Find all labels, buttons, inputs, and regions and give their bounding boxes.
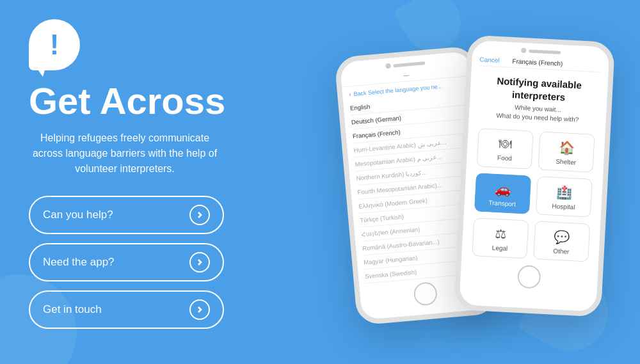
phone-front: Cancel Français (French) Notifying avail… (454, 35, 615, 317)
category-cell-shelter[interactable]: 🏠 Shelter (538, 131, 595, 172)
other-icon: 💬 (554, 229, 570, 245)
phone-back-speaker (393, 61, 425, 67)
phones-section: — ‹ Back Select the language you ne... E… (326, 13, 621, 358)
shelter-label: Shelter (556, 158, 576, 166)
category-cell-food[interactable]: 🍽 Food (477, 128, 534, 169)
chevron-icon-0 (189, 205, 210, 225)
food-icon: 🍽 (499, 136, 512, 152)
food-label: Food (497, 154, 512, 162)
phone-back-home (413, 281, 438, 306)
need-the-app-label: Need the app? (43, 256, 115, 269)
notif-title: Notifying available interpreters (477, 66, 601, 107)
hospital-label: Hospital (552, 203, 575, 211)
categories-grid: 🍽 Food 🏠 Shelter 🚗 Transport 🏥 Hospital … (469, 128, 597, 262)
phone-front-content: Cancel Français (French) Notifying avail… (461, 53, 609, 263)
speech-bubble-icon: ! (29, 19, 80, 70)
transport-label: Transport (488, 199, 516, 207)
get-in-touch-label: Get in touch (43, 303, 102, 316)
language-title: Français (French) (512, 58, 563, 67)
category-cell-hospital[interactable]: 🏥 Hospital (536, 176, 593, 217)
legal-icon: ⚖ (495, 226, 507, 242)
chevron-icon-2 (189, 299, 210, 320)
need-the-app-button[interactable]: Need the app? (29, 243, 224, 281)
can-you-help-button[interactable]: Can you help? (29, 196, 224, 234)
shelter-icon: 🏠 (558, 139, 575, 155)
other-label: Other (553, 248, 570, 255)
hospital-icon: 🏥 (556, 184, 573, 200)
phone-front-camera (521, 48, 526, 53)
left-section: ! Get Across Helping refugees freely com… (29, 19, 266, 338)
back-chevron-icon: ‹ (349, 90, 351, 97)
category-cell-legal[interactable]: ⚖ Legal (472, 218, 529, 258)
get-in-touch-button[interactable]: Get in touch (29, 290, 224, 329)
cancel-text: Cancel (479, 56, 500, 64)
transport-icon: 🚗 (495, 181, 511, 197)
category-cell-other[interactable]: 💬 Other (533, 221, 590, 262)
exclamation-icon: ! (50, 31, 60, 59)
app-title: Get Across (29, 81, 266, 122)
chevron-icon-1 (189, 252, 210, 273)
category-cell-transport[interactable]: 🚗 Transport (474, 173, 531, 214)
app-description: Helping refugees freely communicate acro… (29, 131, 221, 177)
can-you-help-label: Can you help? (43, 209, 113, 221)
phone-front-home (517, 265, 541, 289)
phone-front-speaker (529, 49, 561, 54)
phone-back-camera (385, 63, 391, 69)
legal-label: Legal (492, 244, 508, 252)
